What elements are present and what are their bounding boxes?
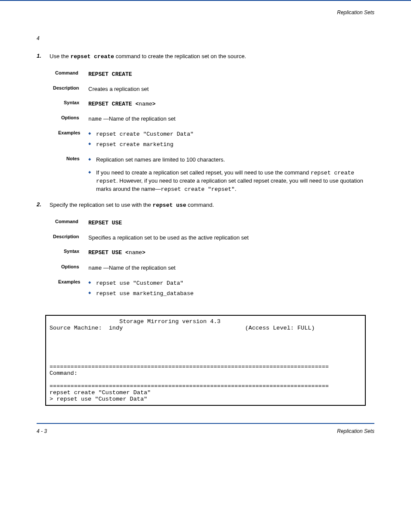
cmd-repset-create-inline: repset create <box>70 53 114 60</box>
label-description-1: Description <box>53 85 79 90</box>
footer-chapter: Replication Sets <box>337 428 374 434</box>
step-2-text: Specify the replication set to use with … <box>50 201 370 209</box>
label-notes-1: Notes <box>66 156 80 161</box>
cmd-use-name: REPSET USE <box>88 220 122 226</box>
cmd-create-name: REPSET CREATE <box>88 71 132 78</box>
label-command-1: Command <box>55 70 78 75</box>
example-use-1: repset use "Customer Data" <box>88 279 370 287</box>
footer-page: 4 - 3 <box>37 428 47 434</box>
label-options-1: Options <box>61 115 79 120</box>
page-side-number: 4 <box>37 35 40 41</box>
example-create-2: repset create marketing <box>88 140 370 149</box>
label-examples-2: Examples <box>58 279 80 284</box>
cmd-use-desc: Specifies a replication set to be used a… <box>88 234 370 242</box>
cmd-create-desc: Creates a replication set <box>88 85 370 93</box>
label-options-2: Options <box>61 264 79 269</box>
example-create-1: repset create "Customer Data" <box>88 130 370 138</box>
note-2: If you need to create a replication set … <box>88 169 370 194</box>
step-1-text: Use the repset create command to create … <box>50 53 370 61</box>
terminal-output: Storage Mirroring version 4.3 Source Mac… <box>45 315 366 406</box>
cmd-repset-use-inline: repset use <box>153 202 186 208</box>
page-container: Replication Sets 4 1. Use the repset cre… <box>0 0 411 447</box>
header-chapter: Replication Sets <box>337 9 374 16</box>
example-use-2: repset use marketing_database <box>88 289 370 298</box>
label-syntax-2: Syntax <box>64 249 79 254</box>
step-2-number: 2. <box>37 201 41 208</box>
label-command-2: Command <box>55 219 78 224</box>
label-description-2: Description <box>53 234 79 239</box>
label-syntax-1: Syntax <box>64 100 79 105</box>
note-1: Replication set names are limited to 100… <box>88 156 370 164</box>
footer: 4 - 3 Replication Sets <box>37 423 374 434</box>
label-examples-1: Examples <box>58 130 80 135</box>
step-1-number: 1. <box>37 53 41 59</box>
